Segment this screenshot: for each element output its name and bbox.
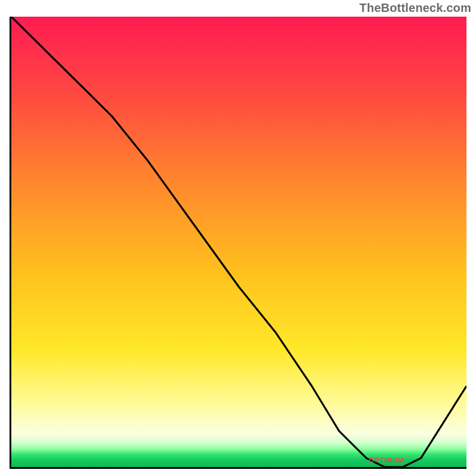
curve-svg (11, 17, 466, 467)
watermark-text: TheBottleneck.com (359, 1, 471, 15)
chart-root: TheBottleneck.com OPTIMUM (0, 0, 476, 476)
optimum-label: OPTIMUM (369, 456, 404, 464)
plot-area: OPTIMUM (10, 17, 466, 469)
bottleneck-curve (11, 17, 466, 467)
